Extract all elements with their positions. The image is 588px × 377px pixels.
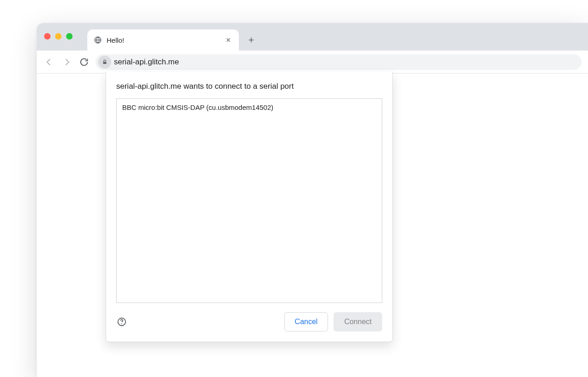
back-button[interactable] [43,56,55,68]
device-list[interactable]: BBC micro:bit CMSIS-DAP (cu.usbmodem1450… [116,98,382,303]
help-icon[interactable] [116,316,127,327]
page-content: serial-api.glitch.me wants to connect to… [37,74,588,377]
globe-icon [94,36,102,44]
address-bar[interactable]: serial-api.glitch.me [96,54,582,70]
device-item[interactable]: BBC micro:bit CMSIS-DAP (cu.usbmodem1450… [117,99,382,116]
browser-tab[interactable]: Hello! [87,29,239,51]
new-tab-button[interactable] [243,32,259,48]
window-controls [44,33,73,40]
reload-button[interactable] [78,56,90,68]
window-zoom-button[interactable] [66,33,73,40]
dialog-title: serial-api.glitch.me wants to connect to… [116,82,382,91]
browser-window: Hello! [37,23,588,377]
svg-rect-1 [103,62,107,64]
window-minimize-button[interactable] [55,33,62,40]
dialog-actions: Cancel Connect [116,312,382,331]
connect-button[interactable]: Connect [334,312,382,331]
forward-button[interactable] [61,56,73,68]
window-close-button[interactable] [44,33,51,40]
svg-point-3 [121,323,122,324]
toolbar: serial-api.glitch.me [37,51,588,74]
tab-close-button[interactable] [224,36,232,44]
tab-title: Hello! [107,36,220,44]
tab-strip: Hello! [37,23,588,51]
lock-icon[interactable] [98,56,111,69]
url-text: serial-api.glitch.me [114,57,179,67]
serial-port-dialog: serial-api.glitch.me wants to connect to… [106,72,393,342]
cancel-button[interactable]: Cancel [284,312,328,331]
